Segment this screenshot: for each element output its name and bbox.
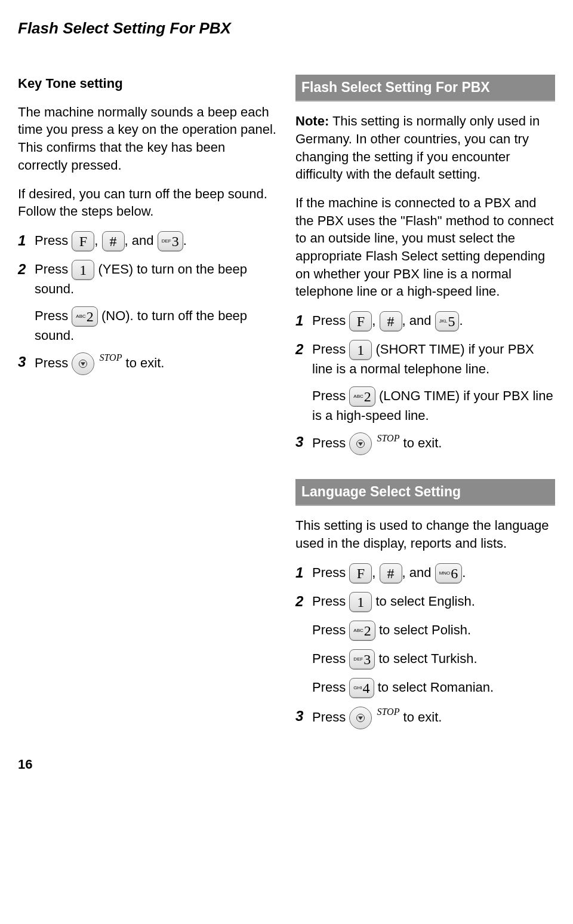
text: Press — [312, 680, 349, 695]
key-sup: ABC — [76, 314, 85, 319]
key-tone-heading: Key Tone setting — [18, 75, 278, 93]
key-sup: JKL — [439, 319, 448, 324]
text: to exit. — [403, 710, 442, 725]
four-key-icon: GHI4 — [349, 678, 374, 698]
text: to select English. — [372, 594, 475, 609]
five-key-icon: JKL5 — [435, 311, 460, 331]
stop-button-icon — [349, 432, 372, 455]
step-substep: Press DEF3 to select Turkish. — [312, 649, 555, 670]
step-body: Press STOP to exit. — [312, 707, 555, 729]
key-label: 1 — [357, 595, 364, 609]
flash-note: Note: This setting is normally only used… — [295, 112, 555, 183]
step-number: 1 — [295, 311, 312, 331]
key-label: F — [79, 234, 87, 248]
two-key-icon: ABC2 — [349, 621, 375, 641]
text: to select Turkish. — [375, 651, 477, 666]
text: , — [372, 313, 379, 328]
text: Press — [312, 710, 349, 725]
step-body: Press 1 to select English. — [312, 592, 555, 612]
step-body: Press F, #, and JKL5. — [312, 311, 555, 331]
text: Press — [312, 435, 349, 450]
text: . — [462, 565, 466, 580]
text: Press — [312, 342, 349, 357]
step-number: 2 — [295, 592, 312, 612]
text: Press — [312, 651, 349, 666]
step-number: 1 — [18, 231, 35, 251]
text: , and — [125, 233, 158, 248]
key-sup: GHI — [353, 686, 362, 690]
text: Press — [312, 594, 349, 609]
key-label: 1 — [357, 343, 364, 357]
key-label: 3 — [172, 234, 179, 248]
text: , and — [402, 313, 435, 328]
key-label: 5 — [448, 314, 455, 329]
key-label: 2 — [364, 389, 371, 404]
one-key-icon: 1 — [349, 592, 372, 612]
key-sup: DEF — [353, 657, 363, 662]
step-number: 3 — [295, 432, 312, 455]
two-key-icon: ABC2 — [349, 386, 375, 407]
right-column: Flash Select Setting For PBX Note: This … — [295, 75, 555, 738]
stop-button-icon — [349, 707, 372, 729]
key-tone-intro-1: The machine normally sounds a beep each … — [18, 103, 278, 174]
key-label: 1 — [79, 263, 87, 277]
step-body: Press F, #, and MNO6. — [312, 563, 555, 584]
f-key-icon: F — [72, 231, 94, 251]
page-number: 16 — [18, 756, 555, 773]
step-substep: Press ABC2 (LONG TIME) if your PBX line … — [312, 386, 555, 425]
key-label: F — [357, 566, 365, 581]
step-substep: Press GHI4 to select Romanian. — [312, 678, 555, 698]
three-key-icon: DEF3 — [158, 231, 183, 251]
flash-intro: If the machine is connected to a PBX and… — [295, 194, 555, 300]
text: , — [372, 565, 379, 580]
step-number: 3 — [18, 352, 35, 375]
text: Press — [312, 622, 349, 637]
key-label: 6 — [451, 566, 458, 581]
key-tone-intro-2: If desired, you can turn off the beep so… — [18, 185, 278, 220]
text: , — [94, 233, 101, 248]
text: to select Polish. — [375, 622, 471, 637]
text: Press — [35, 233, 72, 248]
hash-key-icon: # — [102, 231, 125, 251]
stop-label: STOP — [99, 352, 122, 363]
six-key-icon: MNO6 — [435, 563, 463, 584]
text: Press — [35, 308, 72, 323]
text: Press — [312, 313, 349, 328]
step-body: Press STOP to exit. — [35, 352, 278, 375]
hash-key-icon: # — [380, 311, 402, 331]
key-label: 4 — [363, 681, 370, 695]
note-label: Note: — [295, 113, 329, 128]
stop-label: STOP — [377, 433, 399, 443]
stop-label: STOP — [377, 707, 399, 717]
text: . — [459, 313, 463, 328]
text: Press — [35, 355, 72, 370]
key-label: F — [357, 314, 365, 329]
key-label: 2 — [364, 624, 371, 638]
two-key-icon: ABC2 — [72, 306, 97, 327]
flash-heading: Flash Select Setting For PBX — [295, 75, 555, 102]
step-body: Press 1 (YES) to turn on the beep sound. — [35, 260, 278, 298]
text: to exit. — [403, 435, 442, 450]
key-label: 3 — [363, 652, 371, 667]
note-text: This setting is normally only used in Ge… — [295, 113, 540, 182]
step-substep: Press ABC2 to select Polish. — [312, 621, 555, 641]
key-sup: MNO — [439, 571, 451, 576]
step-body: Press STOP to exit. — [312, 432, 555, 455]
key-label: # — [387, 566, 395, 581]
step-number: 2 — [295, 340, 312, 378]
step-number: 3 — [295, 707, 312, 729]
page-title: Flash Select Setting For PBX — [18, 18, 555, 39]
text: Press — [312, 565, 349, 580]
key-sup: ABC — [353, 394, 363, 399]
step-body: Press 1 (SHORT TIME) if your PBX line is… — [312, 340, 555, 378]
lang-heading: Language Select Setting — [295, 479, 555, 506]
f-key-icon: F — [349, 563, 372, 584]
key-label: 2 — [87, 309, 94, 324]
key-sup: DEF — [162, 239, 171, 244]
one-key-icon: 1 — [72, 260, 94, 280]
text: Press — [312, 388, 349, 403]
text: . — [183, 233, 187, 248]
text: to select Romanian. — [374, 680, 494, 695]
f-key-icon: F — [349, 311, 372, 331]
step-substep: Press ABC2 (NO). to turn off the beep so… — [35, 306, 278, 345]
